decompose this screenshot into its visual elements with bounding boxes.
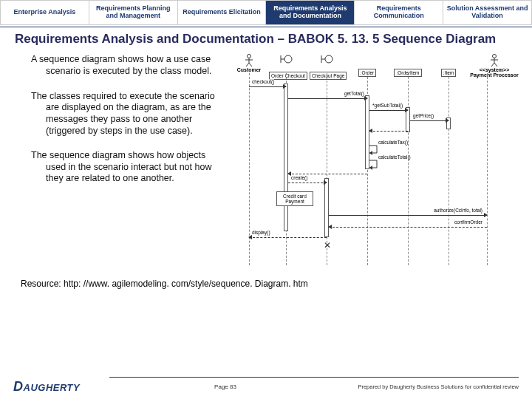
- confidential-note: Prepared by Daugherty Business Solutions…: [341, 383, 519, 390]
- lifeline-payment-processor: <<system>> Payment Processor: [468, 54, 520, 78]
- tab-req-planning[interactable]: Requirements Planning and Management: [89, 0, 177, 25]
- message-return: [288, 168, 367, 175]
- svg-point-5: [284, 55, 292, 63]
- boundary-icon: [279, 54, 293, 64]
- message: checkout(): [249, 81, 286, 88]
- svg-point-11: [493, 55, 497, 58]
- tab-bar: Enterprise Analysis Requirements Plannin…: [0, 0, 532, 25]
- lifeline-customer: Customer: [232, 54, 266, 72]
- lifeline-orderitem: :OrderItem: [391, 54, 425, 78]
- tab-req-elicitation[interactable]: Requirements Elicitation: [177, 0, 266, 25]
- text-column: A sequence diagram shows how a use case …: [21, 54, 228, 276]
- message: create(): [288, 177, 327, 184]
- message: *getSubTotal(): [369, 104, 408, 112]
- tab-req-communication[interactable]: Requirements Communication: [354, 0, 443, 25]
- message-self: calculateTax(): [369, 141, 399, 149]
- sequence-diagram: Customer Order Checkout Checkout Page :O…: [232, 54, 520, 276]
- boundary-icon: [320, 54, 333, 64]
- slide-content: A sequence diagram shows how a use case …: [0, 48, 532, 276]
- lifeline-order-checkout: Order Checkout: [269, 54, 303, 81]
- lifeline-item: :Item: [432, 54, 466, 78]
- logo: DAUGHERTY: [13, 379, 109, 395]
- svg-line-14: [491, 63, 494, 66]
- lifeline-checkout-page: Checkout Page: [310, 54, 344, 81]
- svg-line-3: [246, 63, 249, 66]
- message-self: calculateTotal(): [369, 156, 406, 163]
- resource-link: Resource: http: //www. agilemodeling. co…: [0, 276, 532, 289]
- paragraph: The sequence diagram shows how objects u…: [21, 150, 228, 185]
- lifeline-label: Order Checkout: [269, 72, 307, 80]
- tab-enterprise-analysis[interactable]: Enterprise Analysis: [0, 0, 89, 25]
- message-return: [369, 125, 408, 132]
- paragraph: A sequence diagram shows how a use case …: [21, 54, 228, 77]
- lifeline-label: <<system>> Payment Processor: [468, 67, 520, 78]
- slide-title: Requirements Analysis and Documentation …: [0, 27, 532, 48]
- actor-icon: <<system>> Payment Processor: [468, 54, 520, 78]
- message: getPrice(): [410, 115, 449, 122]
- svg-line-4: [249, 63, 252, 66]
- message: authorize(CcInfo, total): [329, 209, 487, 216]
- diagram-note: Credit card Payment: [276, 191, 313, 206]
- message: display(): [249, 231, 327, 239]
- message-return: confirmOrder: [329, 221, 487, 228]
- actor-icon: Customer: [232, 54, 266, 72]
- svg-point-0: [248, 55, 251, 58]
- svg-point-8: [325, 55, 332, 63]
- lifeline-order: :Order: [350, 54, 384, 78]
- destroy-icon: ✕: [324, 240, 331, 250]
- tab-req-analysis[interactable]: Requirements Analysis and Documentation: [265, 0, 354, 25]
- tab-solution-assessment[interactable]: Solution Assessment and Validation: [443, 0, 532, 25]
- svg-line-15: [494, 63, 497, 66]
- message: getTotal(): [288, 92, 367, 100]
- lifeline-label: Checkout Page: [310, 72, 347, 80]
- footer: DAUGHERTY Page 83 Prepared by Daugherty …: [0, 377, 532, 395]
- paragraph: The classes required to execute the scen…: [21, 91, 228, 137]
- page-number: Page 83: [109, 383, 341, 390]
- lifeline-label: Customer: [232, 67, 266, 72]
